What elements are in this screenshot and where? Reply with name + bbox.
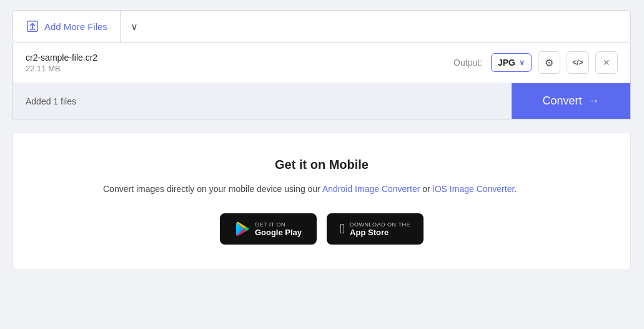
code-button[interactable]: </> — [567, 51, 589, 74]
app-store-name: App Store — [350, 228, 389, 237]
mobile-desc-prefix: Convert images directly on your mobile d… — [103, 184, 322, 194]
mobile-title: Get it on Mobile — [32, 158, 612, 172]
upload-icon — [26, 19, 39, 33]
convert-button[interactable]: Convert → — [512, 83, 630, 119]
ios-link[interactable]: iOS Image Converter — [433, 184, 515, 194]
app-store-download-on: Download on the — [350, 221, 410, 228]
output-format-value: JPG — [498, 58, 515, 68]
google-play-button[interactable]: GET IT ON Google Play — [220, 213, 317, 245]
mobile-section: Get it on Mobile Convert images directly… — [12, 132, 631, 270]
arrow-right-icon: → — [588, 94, 600, 108]
files-count: Added 1 files — [13, 96, 512, 106]
output-label: Output: — [453, 58, 482, 68]
mobile-desc-or: or — [420, 184, 432, 194]
file-size: 22.11 MB — [26, 64, 97, 73]
google-play-icon — [235, 221, 250, 236]
output-format-select[interactable]: JPG ∨ — [491, 53, 532, 72]
bottom-bar: Added 1 files Convert → — [13, 83, 630, 119]
mobile-description: Convert images directly on your mobile d… — [103, 182, 540, 196]
select-chevron-icon: ∨ — [519, 58, 525, 67]
android-link[interactable]: Android Image Converter — [322, 184, 420, 194]
settings-icon: ⚙ — [545, 57, 553, 69]
google-play-name: Google Play — [255, 228, 302, 237]
close-icon: ✕ — [603, 58, 610, 68]
code-icon: </> — [572, 58, 583, 67]
google-play-text: GET IT ON Google Play — [255, 221, 302, 237]
add-files-label: Add More Files — [44, 21, 107, 32]
file-name: cr2-sample-file.cr2 — [26, 53, 97, 63]
file-list-area: cr2-sample-file.cr2 22.11 MB Output: JPG… — [12, 43, 631, 119]
file-info: cr2-sample-file.cr2 22.11 MB — [26, 53, 97, 73]
store-buttons: GET IT ON Google Play  Download on the … — [32, 213, 612, 245]
remove-file-button[interactable]: ✕ — [595, 51, 618, 74]
add-files-dropdown-button[interactable]: ∨ — [121, 11, 148, 42]
mobile-desc-suffix: . — [514, 184, 517, 194]
chevron-down-icon: ∨ — [131, 21, 138, 33]
add-files-button[interactable]: Add More Files — [13, 11, 121, 42]
settings-button[interactable]: ⚙ — [538, 51, 560, 74]
file-row: cr2-sample-file.cr2 22.11 MB Output: JPG… — [13, 43, 630, 83]
google-play-get-it: GET IT ON — [255, 221, 285, 228]
app-store-button[interactable]:  Download on the App Store — [327, 213, 424, 245]
file-controls: Output: JPG ∨ ⚙ </> ✕ — [453, 51, 618, 74]
apple-icon:  — [340, 222, 345, 236]
convert-label: Convert — [542, 94, 582, 108]
app-store-text: Download on the App Store — [350, 221, 410, 237]
